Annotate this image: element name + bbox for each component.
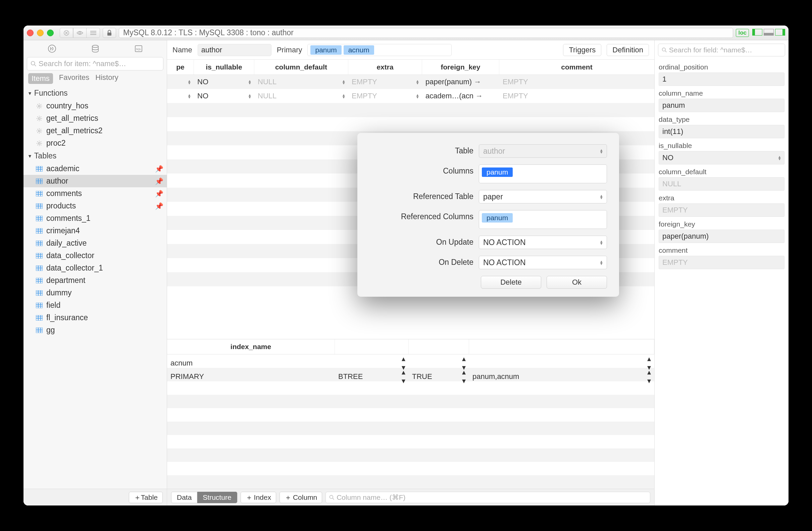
modal-ondelete-select[interactable]: NO ACTION▴▾ xyxy=(479,256,607,269)
prop-value[interactable]: int(11) xyxy=(659,125,784,138)
toggle-left-panel[interactable] xyxy=(752,29,762,35)
sidebar-item-function[interactable]: get_all_metrics xyxy=(24,112,167,125)
prop-value[interactable]: panum xyxy=(659,99,784,112)
col-hdr-default[interactable]: column_default xyxy=(254,60,348,74)
table-name-input[interactable]: author xyxy=(198,44,272,56)
prop-label: foreign_key xyxy=(659,217,784,228)
modal-refcols-chips[interactable]: panum xyxy=(479,210,607,229)
sidebar-item-table[interactable]: comments_1 xyxy=(24,212,167,225)
footer-search[interactable]: Column name… (⌘F) xyxy=(325,492,650,503)
prop-value[interactable]: EMPTY xyxy=(659,256,784,269)
sidebar-item-table[interactable]: data_collector_1 xyxy=(24,262,167,274)
col-hdr-pe[interactable]: pe xyxy=(167,60,194,74)
sidebar-search[interactable]: Search for item: ^name$… xyxy=(27,57,163,71)
center-footer: Data Structure ＋ Index ＋ Column Column n… xyxy=(167,489,654,505)
col-hdr-extra[interactable]: extra xyxy=(348,60,422,74)
sidebar-item-table[interactable]: comments📌 xyxy=(24,187,167,200)
column-row[interactable]: ▴▾NO▴▾NULL▴▾EMPTY▴▾academ…(acn→EMPTY xyxy=(167,89,654,103)
table-icon xyxy=(35,202,43,210)
add-index-button[interactable]: ＋ Index xyxy=(241,492,276,503)
triggers-button[interactable]: Triggers xyxy=(563,44,601,56)
modal-ok-button[interactable]: Ok xyxy=(547,276,607,289)
toggle-right-panel[interactable] xyxy=(775,29,785,35)
tree-section[interactable]: ▼Tables xyxy=(24,149,167,162)
col-hdr-nullable[interactable]: is_nullable xyxy=(194,60,254,74)
idx-hdr-unique[interactable] xyxy=(409,339,469,354)
definition-button[interactable]: Definition xyxy=(607,44,649,56)
sidebar-tab-history[interactable]: History xyxy=(95,73,118,84)
col-hdr-comment[interactable]: comment xyxy=(499,60,654,74)
zoom-window[interactable] xyxy=(47,30,54,36)
toolbar-preview-button[interactable] xyxy=(73,28,87,38)
prop-value[interactable]: 1 xyxy=(659,72,784,86)
breadcrumb-path[interactable]: MySQL 8.0.12 : TLS : MySQL 3308 : tono :… xyxy=(119,28,733,38)
toolbar-list-button[interactable] xyxy=(87,28,100,38)
index-row[interactable]: PRIMARYBTREE ▴▾TRUE ▴▾panum,acnum▴▾ xyxy=(167,368,654,381)
prop-value[interactable]: EMPTY xyxy=(659,203,784,217)
sql-icon[interactable]: SQL xyxy=(133,43,144,54)
modal-columns-label: Columns xyxy=(369,164,474,175)
primary-chip[interactable]: panum xyxy=(310,45,341,55)
sidebar-item-table[interactable]: fl_insurance xyxy=(24,312,167,324)
sidebar-item-function[interactable]: proc2 xyxy=(24,137,167,149)
sidebar-tab-favorites[interactable]: Favorites xyxy=(59,73,89,84)
add-table-button[interactable]: ＋ Table xyxy=(129,492,163,503)
tree-section[interactable]: ▼Functions xyxy=(24,87,167,100)
close-window[interactable] xyxy=(27,30,33,36)
sidebar-item-table[interactable]: crimejan4 xyxy=(24,225,167,237)
toggle-bottom-panel[interactable] xyxy=(764,29,774,35)
prop-value[interactable]: NO▴▾ xyxy=(659,151,784,164)
sidebar-item-table[interactable]: products📌 xyxy=(24,200,167,212)
modal-columns-chips[interactable]: panum xyxy=(479,164,607,183)
right-search[interactable]: Search for field: ^name$… xyxy=(658,44,785,56)
svg-point-41 xyxy=(38,142,40,144)
sidebar-item-table[interactable]: field xyxy=(24,299,167,312)
prop-value[interactable]: NULL xyxy=(659,177,784,191)
minimize-window[interactable] xyxy=(37,30,44,36)
sidebar: SQL Search for item: ^name$… Items Favor… xyxy=(24,40,167,505)
sidebar-item-table[interactable]: gg xyxy=(24,324,167,336)
modal-chip[interactable]: panum xyxy=(482,213,513,223)
primary-chip[interactable]: acnum xyxy=(344,45,374,55)
idx-hdr-cols[interactable] xyxy=(469,339,654,354)
connection-icon[interactable] xyxy=(46,43,58,54)
column-row[interactable]: ▴▾NO▴▾NULL▴▾EMPTY▴▾paper(panum)→EMPTY xyxy=(167,75,654,89)
gear-icon xyxy=(35,102,43,110)
index-row[interactable]: acnum ▴▾ ▴▾▴▾ xyxy=(167,355,654,368)
sidebar-item-table[interactable]: author📌 xyxy=(24,175,167,187)
idx-hdr-method[interactable] xyxy=(335,339,409,354)
table-icon xyxy=(35,190,43,197)
database-icon[interactable] xyxy=(90,43,101,54)
sidebar-item-function[interactable]: country_hos xyxy=(24,100,167,112)
primary-key-chips[interactable]: panumacnum xyxy=(307,44,452,56)
svg-rect-115 xyxy=(36,328,43,333)
modal-onupdate-select[interactable]: NO ACTION▴▾ xyxy=(479,235,607,249)
panel-toggles xyxy=(752,29,785,37)
gear-icon xyxy=(35,140,43,147)
prop-value[interactable]: paper(panum) xyxy=(659,230,784,243)
toolbar-lock-button[interactable] xyxy=(103,28,116,38)
add-column-button[interactable]: ＋ Column xyxy=(279,492,322,503)
svg-point-122 xyxy=(662,48,666,51)
sidebar-item-table[interactable]: daily_active xyxy=(24,237,167,249)
sidebar-item-table[interactable]: dummy xyxy=(24,287,167,299)
modal-delete-button[interactable]: Delete xyxy=(481,276,541,289)
col-hdr-fk[interactable]: foreign_key xyxy=(422,60,499,74)
modal-chip[interactable]: panum xyxy=(482,168,513,177)
empty-row xyxy=(167,395,654,408)
table-icon xyxy=(35,289,43,297)
sidebar-item-table[interactable]: department xyxy=(24,274,167,287)
sidebar-item-table[interactable]: academic📌 xyxy=(24,162,167,175)
table-icon xyxy=(35,227,43,235)
table-icon xyxy=(35,177,43,185)
modal-table-select[interactable]: author▴▾ xyxy=(479,144,607,158)
toolbar-stop-button[interactable] xyxy=(60,28,73,38)
idx-hdr-name[interactable]: index_name xyxy=(167,339,335,354)
modal-reftable-select[interactable]: paper▴▾ xyxy=(479,190,607,203)
sidebar-tab-items[interactable]: Items xyxy=(28,73,53,84)
tab-structure[interactable]: Structure xyxy=(197,492,237,503)
sidebar-item-function[interactable]: get_all_metrics2 xyxy=(24,125,167,137)
index-body: acnum ▴▾ ▴▾▴▾PRIMARYBTREE ▴▾TRUE ▴▾panum… xyxy=(167,355,654,489)
sidebar-item-table[interactable]: data_collector xyxy=(24,249,167,262)
tab-data[interactable]: Data xyxy=(171,492,197,503)
